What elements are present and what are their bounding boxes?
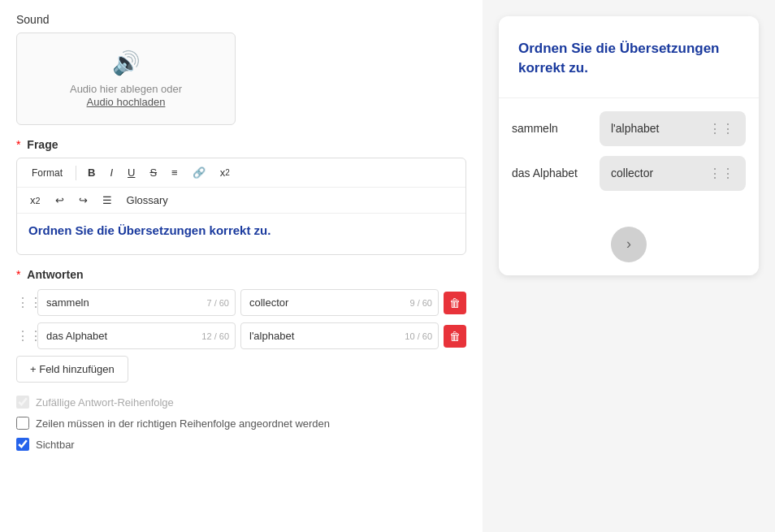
drag-handle-2[interactable]: ⋮⋮ [16, 328, 32, 344]
answer-row-1: ⋮⋮ 7 / 60 9 / 60 🗑 [16, 289, 466, 316]
upload-link[interactable]: Audio hochladen [87, 96, 166, 108]
frage-label: Frage [27, 138, 58, 151]
toolbar-row1: Format B I U S ≡ 🔗 x2 [17, 158, 465, 188]
strikethrough-button[interactable]: S [143, 163, 163, 182]
drag-dots-2: ⋮⋮ [708, 166, 734, 181]
editor-content[interactable]: Ordnen Sie die Übersetzungen korrekt zu. [17, 214, 465, 254]
underline-button[interactable]: U [121, 163, 141, 182]
answer-right-wrap-2: 10 / 60 [240, 322, 439, 349]
preview-pair-1: sammeln l'alphabet ⋮⋮ [512, 111, 746, 146]
preview-question-text: Ordnen Sie die Übersetzungen korrekt zu. [518, 39, 739, 78]
answer-left-wrap-2: 12 / 60 [37, 322, 236, 349]
sound-dropzone[interactable]: 🔊 Audio hier ablegen oder Audio hochlade… [16, 32, 236, 125]
answer-left-input-1[interactable] [37, 289, 236, 316]
answer-right-wrap-1: 9 / 60 [240, 289, 439, 316]
list-button[interactable]: ≡ [165, 163, 184, 182]
answer-right-input-1[interactable] [240, 289, 439, 316]
visible-label: Sichtbar [36, 439, 75, 451]
italic-button[interactable]: I [103, 163, 119, 182]
drop-text: Audio hier ablegen oder [33, 83, 219, 95]
redo-button[interactable]: ↪ [72, 191, 94, 210]
preview-next-button[interactable]: › [611, 227, 647, 262]
visible-checkbox[interactable] [16, 438, 29, 451]
required-star: * [16, 138, 20, 151]
left-panel: Sound 🔊 Audio hier ablegen oder Audio ho… [0, 0, 483, 532]
random-order-checkbox[interactable] [16, 396, 29, 409]
bold-button[interactable]: B [81, 163, 102, 182]
drag-handle-1[interactable]: ⋮⋮ [16, 295, 32, 310]
correct-order-label: Zeilen müssen in der richtigen Reihenfol… [36, 417, 330, 430]
superscript-button[interactable]: x2 [214, 163, 236, 182]
answer-left-wrap-1: 7 / 60 [37, 289, 236, 316]
format-button[interactable]: Format [24, 164, 71, 182]
answer-right-input-2[interactable] [240, 322, 439, 349]
delete-row-2-button[interactable]: 🗑 [444, 325, 466, 348]
align-button[interactable]: ☰ [96, 191, 119, 210]
preview-left-2: das Alphabet [512, 167, 593, 179]
delete-row-1-button[interactable]: 🗑 [444, 292, 466, 314]
visible-row: Sichtbar [16, 438, 466, 451]
answer-row-2: ⋮⋮ 12 / 60 10 / 60 🗑 [16, 322, 466, 349]
glossary-button[interactable]: Glossary [120, 191, 175, 210]
random-order-label: Zufällige Antwort-Reihenfolge [36, 396, 174, 409]
preview-footer: › [499, 214, 759, 275]
subscript-button[interactable]: x2 [24, 191, 47, 210]
preview-right-2[interactable]: collector ⋮⋮ [600, 156, 746, 191]
speaker-icon: 🔊 [33, 50, 219, 76]
undo-button[interactable]: ↩ [49, 191, 71, 210]
preview-question-area: Ordnen Sie die Übersetzungen korrekt zu. [499, 16, 759, 98]
preview-card: Ordnen Sie die Übersetzungen korrekt zu.… [499, 16, 759, 275]
toolbar-sep1 [76, 166, 76, 180]
editor-container: Format B I U S ≡ 🔗 x2 x2 ↩ ↪ ☰ Glossary … [16, 158, 466, 255]
answer-left-input-2[interactable] [37, 322, 236, 349]
sound-label: Sound [16, 13, 466, 26]
preview-left-1: sammeln [512, 122, 593, 135]
preview-pair-2: das Alphabet collector ⋮⋮ [512, 156, 746, 191]
link-button[interactable]: 🔗 [186, 163, 212, 182]
drag-dots-1: ⋮⋮ [708, 121, 734, 136]
antworten-label: Antworten [27, 268, 83, 281]
correct-order-checkbox[interactable] [16, 417, 29, 430]
toolbar-row2: x2 ↩ ↪ ☰ Glossary [17, 188, 465, 214]
correct-order-row: Zeilen müssen in der richtigen Reihenfol… [16, 417, 466, 430]
preview-right-text-2: collector [611, 167, 653, 179]
preview-right-1[interactable]: l'alphabet ⋮⋮ [600, 111, 746, 146]
preview-answers-area: sammeln l'alphabet ⋮⋮ das Alphabet colle… [499, 98, 759, 214]
editor-question-text: Ordnen Sie die Übersetzungen korrekt zu. [28, 223, 271, 237]
add-field-button[interactable]: + Feld hinzufügen [16, 356, 128, 383]
random-order-row: Zufällige Antwort-Reihenfolge [16, 396, 466, 409]
right-panel: Ordnen Sie die Übersetzungen korrekt zu.… [483, 0, 775, 532]
preview-right-text-1: l'alphabet [611, 122, 660, 135]
antworten-required-star: * [16, 268, 20, 281]
